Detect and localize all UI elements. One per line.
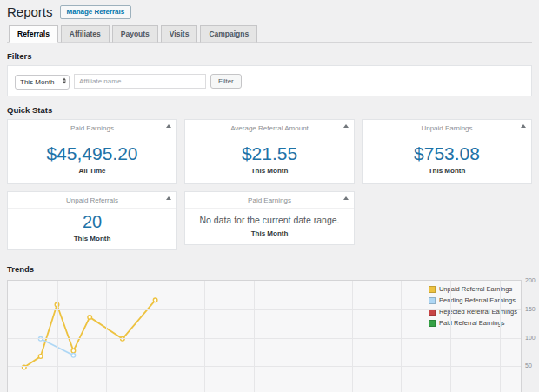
y-axis-label: 100 xyxy=(525,335,539,341)
manage-referrals-button[interactable]: Manage Referrals xyxy=(60,5,132,19)
chart-plot-area: Unpaid Referral EarningsPending Referral… xyxy=(7,280,522,392)
filter-button[interactable]: Filter xyxy=(210,74,242,89)
triangle-up-icon xyxy=(521,124,526,128)
page-title: Reports xyxy=(7,4,53,19)
horizontal-gridline xyxy=(8,366,521,367)
triangle-up-icon xyxy=(343,196,349,200)
stat-card-paid-earnings: Paid Earnings $45,495.20 All Time xyxy=(7,119,177,184)
tab-payouts[interactable]: Payouts xyxy=(112,25,158,43)
legend-item: Pending Referral Earnings xyxy=(429,296,517,304)
horizontal-gridline xyxy=(8,338,521,339)
stat-card-body: No data for the current date range. This… xyxy=(185,209,354,244)
stat-card-body: $45,495.20 All Time xyxy=(8,136,176,183)
vertical-gridline xyxy=(156,281,156,392)
stat-card-unpaid-referrals: Unpaid Referrals 20 This Month xyxy=(7,191,177,250)
stat-value: 20 xyxy=(11,212,173,231)
legend-item: Paid Referral Earnings xyxy=(429,319,517,327)
trends-chart: Unpaid Referral EarningsPending Referral… xyxy=(7,278,532,392)
y-axis-label: 200 xyxy=(525,277,539,283)
stat-card-title: Paid Earnings xyxy=(248,196,291,204)
filters-box: This Month Filter xyxy=(7,65,532,96)
stat-period: All Time xyxy=(11,167,173,175)
data-point xyxy=(88,316,92,320)
affiliate-name-input[interactable] xyxy=(74,74,206,89)
legend-swatch-paid-referral-earnings xyxy=(429,320,436,327)
stat-card-body: $21.55 This Month xyxy=(185,136,354,183)
collapse-toggle-button[interactable] xyxy=(342,123,350,130)
legend-swatch-unpaid-referral-earnings xyxy=(429,286,436,293)
stat-period: This Month xyxy=(11,235,173,243)
date-range-select[interactable]: This Month xyxy=(15,75,70,90)
stat-card-header: Average Referral Amount xyxy=(185,120,354,136)
stat-card-title: Average Referral Amount xyxy=(230,124,309,132)
page-header: Reports Manage Referrals xyxy=(7,0,532,19)
tab-referrals[interactable]: Referrals xyxy=(9,25,58,43)
quick-stats-row-2: Unpaid Referrals 20 This Month Paid Earn… xyxy=(7,191,532,250)
no-data-message: No data for the current date range. xyxy=(189,212,350,226)
stat-card-body: $753.08 This Month xyxy=(363,136,531,183)
stat-card-header: Unpaid Referrals xyxy=(8,192,176,209)
vertical-gridline xyxy=(352,281,353,392)
stat-period: This Month xyxy=(366,167,528,175)
stat-card-title: Unpaid Earnings xyxy=(421,124,472,132)
filters-heading: Filters xyxy=(7,51,532,61)
vertical-gridline xyxy=(106,281,107,392)
vertical-gridline xyxy=(57,281,58,392)
y-axis-label: 150 xyxy=(525,306,539,312)
series-line-unpaid-referral-earnings xyxy=(24,300,156,367)
tab-affiliates[interactable]: Affiliates xyxy=(61,25,110,43)
triangle-up-icon xyxy=(166,196,171,200)
tab-campaigns[interactable]: Campaigns xyxy=(200,25,257,43)
stat-value: $753.08 xyxy=(366,143,528,163)
stat-card-average-referral-amount: Average Referral Amount $21.55 This Mont… xyxy=(184,119,355,184)
triangle-up-icon xyxy=(343,124,349,128)
legend-label: Paid Referral Earnings xyxy=(439,319,504,327)
data-point xyxy=(38,355,43,359)
stat-card-header: Unpaid Earnings xyxy=(363,120,531,136)
triangle-up-icon xyxy=(166,124,171,128)
stat-card-body: 20 This Month xyxy=(8,209,176,249)
collapse-toggle-button[interactable] xyxy=(164,195,173,202)
stat-card-header: Paid Earnings xyxy=(8,120,176,136)
legend-item: Unpaid Referral Earnings xyxy=(429,285,517,293)
collapse-toggle-button[interactable] xyxy=(342,195,350,202)
stat-card-paid-earnings-no-data: Paid Earnings No data for the current da… xyxy=(184,191,355,245)
quick-stats-row-1: Paid Earnings $45,495.20 All Time Averag… xyxy=(7,119,532,184)
reports-page: Reports Manage Referrals ReferralsAffili… xyxy=(0,0,539,392)
horizontal-gridline xyxy=(8,309,521,310)
legend-swatch-pending-referral-earnings xyxy=(429,297,436,304)
vertical-gridline xyxy=(500,281,501,392)
stat-card-unpaid-earnings: Unpaid Earnings $753.08 This Month xyxy=(362,119,532,184)
vertical-gridline xyxy=(303,281,303,392)
tab-visits[interactable]: Visits xyxy=(161,25,198,43)
chart-legend: Unpaid Referral EarningsPending Referral… xyxy=(429,285,517,330)
y-axis-label: 50 xyxy=(525,362,539,369)
vertical-gridline xyxy=(401,281,402,392)
stat-card-title: Unpaid Referrals xyxy=(66,196,118,204)
stat-card-header: Paid Earnings xyxy=(185,192,354,209)
stat-period: This Month xyxy=(189,167,350,175)
vertical-gridline xyxy=(204,281,205,392)
data-point xyxy=(71,354,76,358)
stat-period: This Month xyxy=(189,229,350,237)
trends-heading: Trends xyxy=(7,264,532,274)
vertical-gridline xyxy=(254,281,255,392)
quick-stats-heading: Quick Stats xyxy=(7,105,532,115)
stat-value: $21.55 xyxy=(189,143,350,163)
collapse-toggle-button[interactable] xyxy=(164,123,173,130)
vertical-gridline xyxy=(450,281,451,392)
report-tabs: ReferralsAffiliatesPayoutsVisitsCampaign… xyxy=(7,24,532,43)
date-range-select-wrap: This Month xyxy=(15,72,70,90)
stat-value: $45,495.20 xyxy=(11,143,173,163)
stat-card-title: Paid Earnings xyxy=(70,124,114,132)
collapse-toggle-button[interactable] xyxy=(519,123,528,130)
data-point xyxy=(71,349,76,353)
